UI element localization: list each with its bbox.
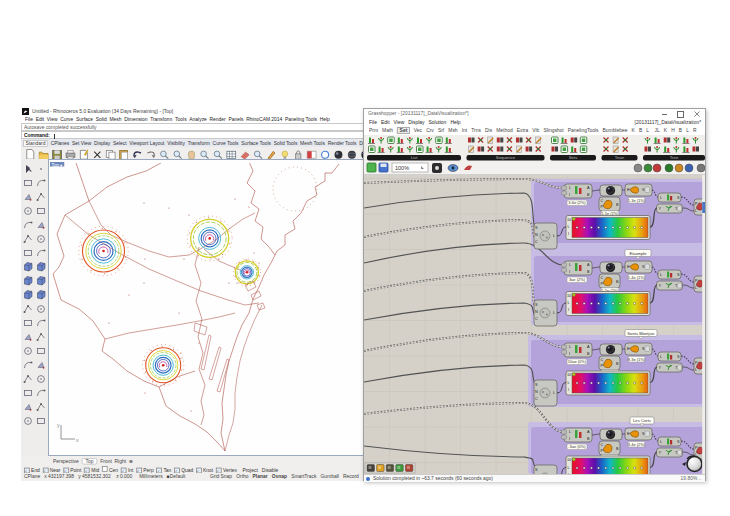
svg-text:Sants Montjuic: Sants Montjuic	[627, 331, 654, 336]
svg-text:L: L	[569, 430, 571, 434]
svg-text:I: I	[569, 193, 570, 197]
svg-text:C: C	[601, 358, 604, 362]
svg-text:L: L	[568, 225, 570, 229]
svg-text:L: L	[695, 368, 697, 372]
svg-text:L: L	[569, 186, 571, 190]
svg-text:I: I	[569, 437, 570, 441]
svg-text:L: L	[553, 234, 555, 238]
svg-text:3.4e (2%): 3.4e (2%)	[628, 442, 646, 447]
svg-text:10: 10	[567, 373, 571, 377]
svg-text:C: C	[601, 199, 604, 203]
svg-text:N: N	[535, 390, 538, 394]
svg-text:1.4e (1%): 1.4e (1%)	[628, 275, 646, 280]
svg-text:L: L	[695, 209, 697, 213]
svg-text:L: L	[695, 286, 697, 290]
svg-text:L: L	[569, 345, 571, 349]
svg-text:100%: 100%	[395, 165, 409, 171]
svg-text:10: 10	[567, 218, 571, 222]
svg-text:I: I	[568, 308, 569, 312]
svg-text:C: C	[535, 397, 538, 401]
svg-text:C: C	[601, 276, 604, 280]
svg-text:L: L	[569, 263, 571, 267]
svg-text:L: L	[660, 196, 662, 200]
svg-text:10: 10	[567, 294, 571, 298]
svg-text:C: C	[601, 443, 604, 447]
svg-text:List: List	[411, 155, 418, 160]
svg-text:Tean: Tean	[615, 155, 625, 160]
svg-text:L: L	[553, 311, 555, 315]
svg-text:10: 10	[567, 458, 571, 462]
svg-text:L: L	[660, 273, 662, 277]
svg-text:L: L	[660, 355, 662, 359]
svg-text:Les Corts: Les Corts	[633, 418, 651, 423]
svg-text:1.3e (1%): 1.3e (1%)	[628, 198, 646, 203]
svg-text:L: L	[553, 391, 555, 395]
svg-text:N: N	[535, 233, 538, 237]
svg-text:L: L	[568, 381, 570, 385]
svg-text:I: I	[569, 270, 570, 274]
svg-text:x: x	[76, 437, 79, 443]
svg-text:I: I	[568, 388, 569, 392]
svg-text:.3ae (0%): .3ae (0%)	[568, 444, 586, 449]
svg-text:y: y	[57, 422, 60, 428]
svg-text:L: L	[568, 301, 570, 305]
svg-text:Eixample: Eixample	[629, 251, 647, 256]
svg-text:L: L	[660, 440, 662, 444]
svg-text:3.6e (2%): 3.6e (2%)	[568, 200, 586, 205]
svg-text:L: L	[568, 466, 570, 470]
svg-text:Tree: Tree	[670, 155, 679, 160]
svg-text:10ae (0%): 10ae (0%)	[568, 359, 587, 364]
svg-text:Sets: Sets	[569, 155, 578, 160]
svg-text:C: C	[535, 317, 538, 321]
svg-text:I: I	[568, 232, 569, 236]
svg-text:3ae (2%): 3ae (2%)	[569, 277, 586, 282]
svg-text:Sequence: Sequence	[496, 155, 516, 160]
svg-text:C: C	[535, 240, 538, 244]
svg-text:I: I	[569, 352, 570, 356]
svg-text:N: N	[535, 310, 538, 314]
svg-text:8.3e (1%): 8.3e (1%)	[628, 357, 646, 362]
